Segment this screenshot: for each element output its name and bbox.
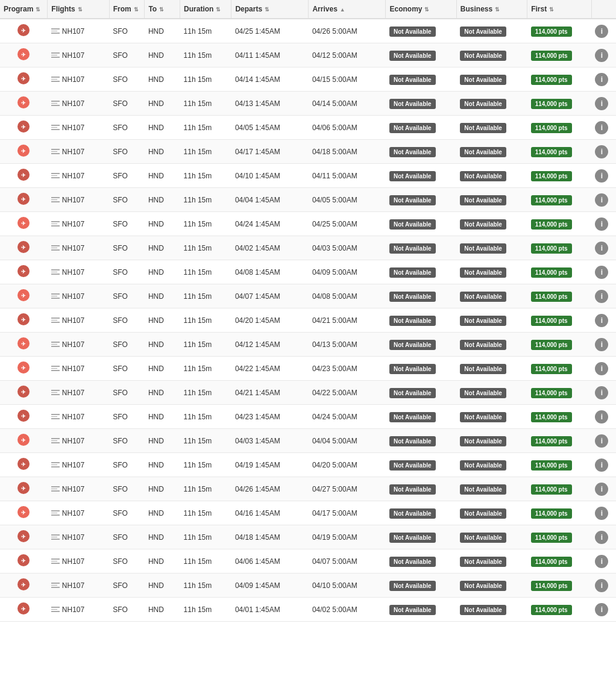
table-row: ✈ NH107 SFOHND11h 15m04/22 1:45AM04/23 5… bbox=[0, 357, 616, 381]
departs-cell: 04/20 1:45AM bbox=[231, 308, 309, 333]
duration-cell: 11h 15m bbox=[180, 43, 231, 67]
info-button[interactable]: i bbox=[595, 314, 608, 327]
info-button[interactable]: i bbox=[595, 266, 608, 279]
column-header-action bbox=[591, 0, 616, 19]
table-row: ✈ NH107 SFOHND11h 15m04/02 1:45AM04/03 5… bbox=[0, 236, 616, 260]
flights-cell: NH107 bbox=[48, 92, 109, 116]
economy-cell: Not Available bbox=[386, 598, 456, 622]
program-icon: ✈ bbox=[17, 48, 30, 61]
program-cell: ✈ bbox=[0, 67, 48, 92]
flights-cell: NH107 bbox=[48, 381, 109, 405]
info-button[interactable]: i bbox=[595, 555, 608, 568]
to-cell: HND bbox=[145, 549, 180, 574]
program-cell: ✈ bbox=[0, 405, 48, 429]
info-button[interactable]: i bbox=[595, 49, 608, 62]
action-cell: i bbox=[591, 284, 616, 308]
column-header-first[interactable]: First bbox=[527, 0, 592, 19]
business-cell: Not Available bbox=[456, 574, 527, 598]
business-badge: Not Available bbox=[460, 147, 506, 157]
info-button[interactable]: i bbox=[595, 290, 608, 303]
info-button[interactable]: i bbox=[595, 386, 608, 399]
from-cell: SFO bbox=[109, 116, 145, 140]
flight-lines-icon bbox=[51, 438, 60, 443]
economy-cell: Not Available bbox=[386, 260, 456, 284]
info-button[interactable]: i bbox=[595, 73, 608, 86]
svg-text:✈: ✈ bbox=[21, 582, 26, 588]
column-header-to[interactable]: To bbox=[145, 0, 180, 19]
flights-cell: NH107 bbox=[48, 19, 109, 43]
table-row: ✈ NH107 SFOHND11h 15m04/25 1:45AM04/26 5… bbox=[0, 19, 616, 43]
info-button[interactable]: i bbox=[595, 507, 608, 520]
business-cell: Not Available bbox=[456, 43, 527, 67]
duration-cell: 11h 15m bbox=[180, 212, 231, 236]
duration-cell: 11h 15m bbox=[180, 92, 231, 116]
action-cell: i bbox=[591, 477, 616, 501]
column-header-economy[interactable]: Economy bbox=[386, 0, 456, 19]
column-header-program[interactable]: Program bbox=[0, 0, 48, 19]
info-button[interactable]: i bbox=[595, 121, 608, 134]
flight-lines-icon bbox=[51, 173, 60, 178]
info-button[interactable]: i bbox=[595, 338, 608, 351]
first-cell: 114,000 pts bbox=[527, 236, 592, 260]
info-button[interactable]: i bbox=[595, 145, 608, 158]
column-header-from[interactable]: From bbox=[109, 0, 145, 19]
departs-cell: 04/16 1:45AM bbox=[231, 501, 309, 525]
duration-cell: 11h 15m bbox=[180, 598, 231, 622]
table-row: ✈ NH107 SFOHND11h 15m04/01 1:45AM04/02 5… bbox=[0, 598, 616, 622]
flights-cell: NH107 bbox=[48, 308, 109, 333]
program-icon: ✈ bbox=[17, 602, 30, 615]
economy-badge: Not Available bbox=[389, 605, 436, 615]
first-cell: 114,000 pts bbox=[527, 549, 592, 574]
to-cell: HND bbox=[145, 598, 180, 622]
column-header-duration[interactable]: Duration bbox=[180, 0, 231, 19]
flight-lines-icon bbox=[51, 101, 60, 106]
first-cell: 114,000 pts bbox=[527, 501, 592, 525]
flight-number: NH107 bbox=[62, 316, 84, 325]
svg-text:✈: ✈ bbox=[21, 558, 26, 564]
program-icon: ✈ bbox=[17, 530, 30, 543]
economy-badge: Not Available bbox=[389, 195, 436, 205]
info-button[interactable]: i bbox=[595, 458, 608, 472]
from-cell: SFO bbox=[109, 405, 145, 429]
action-cell: i bbox=[591, 453, 616, 477]
column-header-departs[interactable]: Departs bbox=[231, 0, 309, 19]
departs-cell: 04/17 1:45AM bbox=[231, 140, 309, 164]
info-button[interactable]: i bbox=[595, 531, 608, 544]
info-button[interactable]: i bbox=[595, 410, 608, 424]
to-cell: HND bbox=[145, 116, 180, 140]
info-button[interactable]: i bbox=[595, 483, 608, 496]
sort-icon-economy bbox=[424, 6, 429, 13]
info-button[interactable]: i bbox=[595, 579, 608, 592]
economy-cell: Not Available bbox=[386, 501, 456, 525]
column-header-flights[interactable]: Flights bbox=[48, 0, 109, 19]
info-button[interactable]: i bbox=[595, 603, 608, 616]
flight-number: NH107 bbox=[62, 389, 84, 397]
svg-text:✈: ✈ bbox=[21, 486, 26, 492]
from-cell: SFO bbox=[109, 92, 145, 116]
info-button[interactable]: i bbox=[595, 434, 608, 448]
first-badge: 114,000 pts bbox=[531, 195, 572, 205]
economy-badge: Not Available bbox=[389, 123, 436, 133]
program-cell: ✈ bbox=[0, 453, 48, 477]
business-cell: Not Available bbox=[456, 164, 527, 188]
program-icon: ✈ bbox=[17, 264, 30, 278]
info-button[interactable]: i bbox=[595, 242, 608, 255]
first-cell: 114,000 pts bbox=[527, 92, 592, 116]
info-button[interactable]: i bbox=[595, 97, 608, 110]
departs-cell: 04/03 1:45AM bbox=[231, 429, 309, 453]
first-cell: 114,000 pts bbox=[527, 429, 592, 453]
column-header-business[interactable]: Business bbox=[456, 0, 527, 19]
first-badge: 114,000 pts bbox=[531, 581, 572, 591]
info-button[interactable]: i bbox=[595, 217, 608, 231]
info-button[interactable]: i bbox=[595, 362, 608, 375]
action-cell: i bbox=[591, 574, 616, 598]
svg-text:✈: ✈ bbox=[21, 269, 26, 275]
table-row: ✈ NH107 SFOHND11h 15m04/08 1:45AM04/09 5… bbox=[0, 260, 616, 284]
program-icon: ✈ bbox=[17, 216, 30, 230]
economy-badge: Not Available bbox=[389, 412, 436, 422]
info-button[interactable]: i bbox=[595, 169, 608, 183]
info-button[interactable]: i bbox=[595, 25, 608, 38]
column-header-arrives[interactable]: Arrives bbox=[309, 0, 386, 19]
flights-cell: NH107 bbox=[48, 357, 109, 381]
info-button[interactable]: i bbox=[595, 193, 608, 207]
